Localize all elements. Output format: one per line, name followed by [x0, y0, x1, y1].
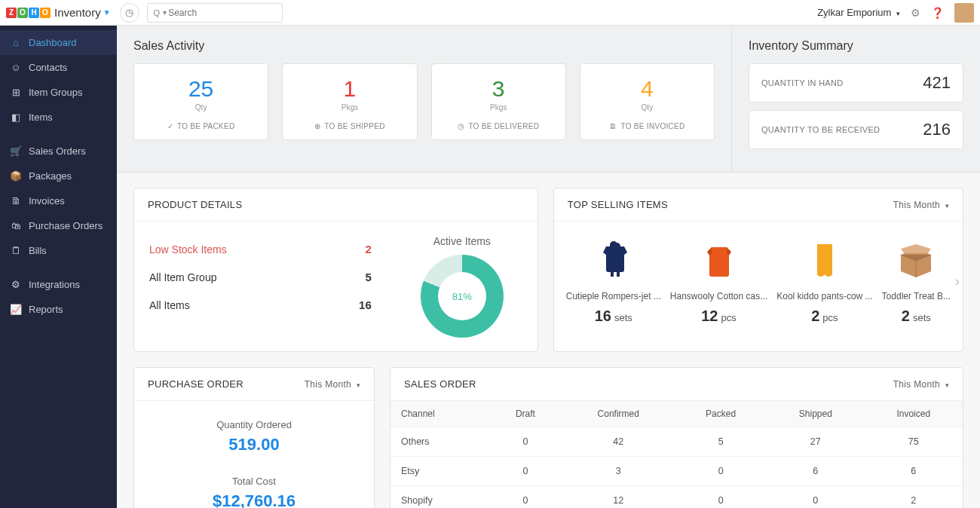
product-details-panel: PRODUCT DETAILS Low Stock Items2All Item… [133, 188, 538, 352]
settings-icon[interactable]: ⚙ [911, 7, 920, 19]
brand-text: Inventory [54, 6, 101, 19]
product-qty: 2sets [882, 308, 951, 325]
sidebar: ⌂Dashboard ☺Contacts ⊞Item Groups ◧Items… [0, 26, 117, 508]
panel-title: TOP SELLING ITEMS [568, 199, 668, 210]
chevron-down-icon[interactable]: ▾ [163, 8, 167, 17]
activity-status: ✓TO BE PACKED [142, 122, 260, 130]
activity-value: 3 [439, 76, 558, 102]
invoice-icon: 🗎 [11, 195, 21, 207]
table-cell: Shopify [390, 486, 488, 509]
table-row[interactable]: Others04252775 [390, 427, 963, 457]
table-row[interactable]: Shopify012002 [390, 486, 963, 509]
status-icon: ◷ [458, 122, 464, 130]
product-detail-row[interactable]: All Item Group5 [149, 263, 372, 291]
table-row[interactable]: Etsy03066 [390, 457, 963, 486]
status-icon: 🗎 [609, 122, 617, 130]
sidebar-item-label: Bills [29, 245, 47, 256]
top-selling-panel: TOP SELLING ITEMS This Month ▾ Cutieple … [553, 188, 963, 352]
sales-activity-section: Sales Activity 25 Qty ✓TO BE PACKED1 Pkg… [117, 26, 731, 172]
search-box[interactable]: Q ▾ [147, 3, 283, 23]
sidebar-item-items[interactable]: ◧Items [0, 105, 117, 130]
topbar: ZOHO Inventory ▼ ◷ Q ▾ Zylkar Emporium ▾… [0, 0, 980, 26]
activity-status: 🗎TO BE INVOICED [588, 122, 706, 130]
product-name: Hanswooly Cotton cas... [670, 291, 767, 301]
sidebar-item-label: Item Groups [29, 87, 83, 98]
panel-header: TOP SELLING ITEMS This Month ▾ [554, 188, 963, 222]
product-name: Toddler Treat B... [882, 291, 951, 301]
sidebar-item-label: Invoices [29, 195, 65, 207]
search-scope-icon[interactable]: Q [154, 8, 161, 17]
table-header: Packed [675, 401, 767, 427]
panel-title: PRODUCT DETAILS [134, 188, 537, 222]
product-image [802, 237, 847, 282]
panel-title: PURCHASE ORDER [148, 378, 243, 390]
chevron-down-icon: ▾ [945, 381, 949, 389]
activity-card[interactable]: 1 Pkgs ⊕TO BE SHIPPED [282, 63, 417, 140]
sidebar-item-purchase-orders[interactable]: 🛍Purchase Orders [0, 213, 117, 238]
sidebar-item-invoices[interactable]: 🗎Invoices [0, 188, 117, 213]
sidebar-item-label: Purchase Orders [29, 220, 103, 231]
period-selector[interactable]: This Month ▾ [305, 379, 360, 390]
table-cell: 0 [488, 427, 562, 457]
summary-value: 421 [923, 73, 951, 93]
clock-icon: ◷ [125, 7, 133, 18]
pd-value: 2 [365, 243, 371, 256]
chevron-down-icon: ▾ [896, 10, 900, 17]
period-selector[interactable]: This Month ▾ [893, 379, 949, 390]
panel-title: SALES ORDER [404, 378, 476, 390]
activity-card[interactable]: 4 Qty 🗎TO BE INVOICED [580, 63, 715, 140]
sidebar-item-dashboard[interactable]: ⌂Dashboard [0, 30, 117, 55]
sidebar-item-item-groups[interactable]: ⊞Item Groups [0, 80, 117, 105]
help-icon[interactable]: ❓ [931, 7, 944, 19]
brand-dropdown-icon[interactable]: ▼ [103, 8, 111, 17]
summary-card: QUANTITY TO BE RECEIVED216 [749, 110, 963, 149]
table-cell: 0 [488, 457, 562, 486]
top-selling-item[interactable]: Toddler Treat B... 2sets [877, 237, 955, 325]
section-title: Inventory Summary [749, 39, 963, 53]
carousel-next-button[interactable]: › [955, 273, 960, 289]
avatar[interactable] [954, 3, 974, 23]
product-name: Kool kiddo pants-cow ... [776, 291, 872, 301]
sidebar-item-label: Integrations [29, 279, 80, 290]
sidebar-item-contacts[interactable]: ☺Contacts [0, 55, 117, 80]
logo[interactable]: ZOHO [6, 8, 51, 18]
summary-label: QUANTITY IN HAND [761, 78, 844, 87]
pd-label: Low Stock Items [149, 243, 227, 256]
product-image [591, 237, 636, 282]
product-name: Cutieple Rompers-jet ... [566, 291, 661, 301]
table-header: Invoiced [864, 401, 963, 427]
sales-order-table: ChannelDraftConfirmedPackedShippedInvoic… [390, 401, 963, 508]
table-header: Confirmed [562, 401, 675, 427]
pd-value: 16 [359, 298, 372, 311]
sidebar-item-reports[interactable]: 📈Reports [0, 297, 117, 322]
activity-card[interactable]: 3 Pkgs ◷TO BE DELIVERED [431, 63, 566, 140]
table-cell: 5 [675, 427, 767, 457]
top-selling-item[interactable]: Hanswooly Cotton cas... 12pcs [666, 237, 772, 325]
table-cell: 42 [562, 427, 675, 457]
recent-activity-button[interactable]: ◷ [120, 3, 139, 23]
period-selector[interactable]: This Month ▾ [893, 200, 949, 210]
sidebar-item-label: Sales Orders [29, 145, 86, 157]
sidebar-item-bills[interactable]: 🗒Bills [0, 238, 117, 263]
table-cell: 27 [767, 427, 864, 457]
sidebar-item-label: Packages [29, 170, 72, 182]
activity-status: ⊕TO BE SHIPPED [290, 122, 409, 130]
table-cell: 0 [488, 486, 562, 509]
top-selling-item[interactable]: Kool kiddo pants-cow ... 2pcs [772, 237, 877, 325]
chevron-down-icon: ▾ [945, 202, 949, 210]
org-selector[interactable]: Zylkar Emporium ▾ [817, 7, 900, 18]
product-detail-row[interactable]: Low Stock Items2 [149, 235, 372, 263]
activity-card[interactable]: 25 Qty ✓TO BE PACKED [133, 63, 268, 140]
top-selling-item[interactable]: Cutieple Rompers-jet ... 16sets [562, 237, 666, 325]
sidebar-item-integrations[interactable]: ⚙Integrations [0, 272, 117, 297]
table-cell: 6 [767, 457, 864, 486]
product-detail-row[interactable]: All Items16 [149, 291, 372, 319]
search-input[interactable] [168, 8, 275, 18]
svg-point-0 [610, 241, 617, 249]
activity-value: 4 [588, 76, 706, 102]
purchase-order-panel: PURCHASE ORDER This Month ▾ Quantity Ord… [133, 367, 375, 508]
sidebar-item-sales-orders[interactable]: 🛒Sales Orders [0, 139, 117, 164]
total-cost-label: Total Cost [149, 476, 359, 487]
summary-value: 216 [923, 120, 951, 139]
sidebar-item-packages[interactable]: 📦Packages [0, 164, 117, 188]
